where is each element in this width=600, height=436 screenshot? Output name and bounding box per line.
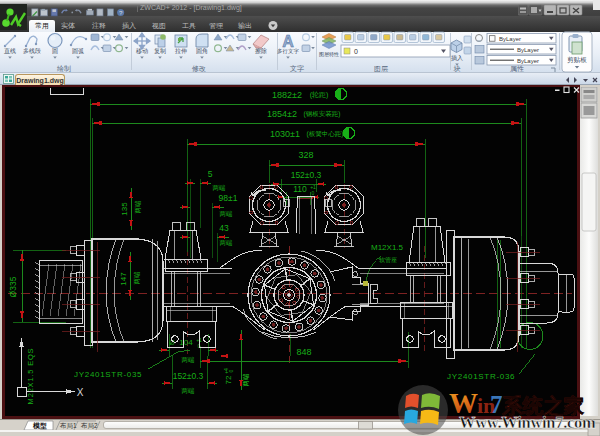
svg-text:43: 43 — [219, 223, 229, 233]
svg-text:圆: 圆 — [52, 48, 58, 55]
svg-text:848: 848 — [296, 347, 311, 357]
svg-text:两端: 两端 — [134, 200, 141, 214]
svg-text:直线: 直线 — [4, 48, 16, 54]
svg-text:插入: 插入 — [451, 55, 463, 62]
svg-text:1030±1: 1030±1 — [270, 129, 300, 139]
svg-text:Www.Winwin7.com: Www.Winwin7.com — [459, 413, 596, 432]
svg-text:多线段: 多线段 — [23, 48, 41, 54]
svg-text:ByLayer: ByLayer — [499, 36, 521, 42]
svg-text:两端: 两端 — [213, 184, 227, 191]
svg-text:两端: 两端 — [182, 356, 196, 363]
svg-text:ByLayer: ByLayer — [517, 47, 539, 53]
svg-text:110: 110 — [293, 184, 307, 194]
svg-text:?: ? — [119, 9, 123, 16]
svg-text:5: 5 — [208, 169, 213, 179]
svg-text:剪贴板: 剪贴板 — [567, 56, 587, 64]
svg-text:0: 0 — [312, 190, 315, 196]
svg-text:152±0.3: 152±0.3 — [291, 170, 322, 180]
svg-text:移动: 移动 — [136, 48, 148, 55]
svg-text:0: 0 — [228, 369, 234, 372]
svg-text:JY2401STR-035: JY2401STR-035 — [74, 370, 142, 379]
svg-text:两端: 两端 — [220, 239, 234, 246]
svg-text:圆弧: 圆弧 — [72, 48, 84, 55]
svg-text:两端: 两端 — [220, 210, 234, 217]
svg-text:M22X1.5 EQS: M22X1.5 EQS — [26, 348, 35, 405]
svg-text:1854±2: 1854±2 — [267, 109, 297, 119]
svg-text:图层特性: 图层特性 — [319, 51, 339, 58]
svg-text:(轮距): (轮距) — [310, 91, 329, 99]
svg-text:104: 104 — [179, 338, 193, 347]
svg-text:328: 328 — [298, 150, 313, 160]
svg-text:X: X — [77, 387, 84, 398]
svg-text:软管座: 软管座 — [379, 256, 397, 264]
svg-text:布局1: 布局1 — [59, 422, 77, 430]
svg-text:JY2401STR-036: JY2401STR-036 — [447, 372, 515, 381]
svg-text:布局2: 布局2 — [80, 422, 98, 430]
svg-text:(钢板安装距): (钢板安装距) — [304, 110, 341, 118]
svg-text:147: 147 — [119, 272, 128, 286]
svg-text:模型: 模型 — [32, 422, 47, 430]
svg-text:98±1: 98±1 — [219, 193, 238, 203]
svg-text:两端: 两端 — [242, 373, 249, 387]
svg-text:擦除: 擦除 — [255, 47, 267, 55]
svg-text:135: 135 — [120, 202, 129, 216]
svg-text:复制: 复制 — [154, 48, 166, 55]
svg-text:拉伸: 拉伸 — [175, 48, 187, 54]
svg-text:两端: 两端 — [133, 271, 140, 285]
svg-text:(板簧中心距): (板簧中心距) — [307, 130, 344, 138]
svg-text:152±0.3: 152±0.3 — [173, 371, 204, 381]
svg-text:两端: 两端 — [182, 387, 196, 394]
svg-text:0: 0 — [354, 48, 358, 55]
svg-text:多行文字: 多行文字 — [277, 48, 300, 55]
svg-text:圆角: 圆角 — [196, 48, 208, 55]
svg-text:72: 72 — [224, 375, 233, 384]
svg-text:M12X1.5: M12X1.5 — [371, 243, 404, 252]
svg-text:Ø335: Ø335 — [8, 276, 18, 297]
svg-text:ByLayer: ByLayer — [517, 58, 539, 64]
svg-text:1882±2: 1882±2 — [272, 90, 302, 100]
